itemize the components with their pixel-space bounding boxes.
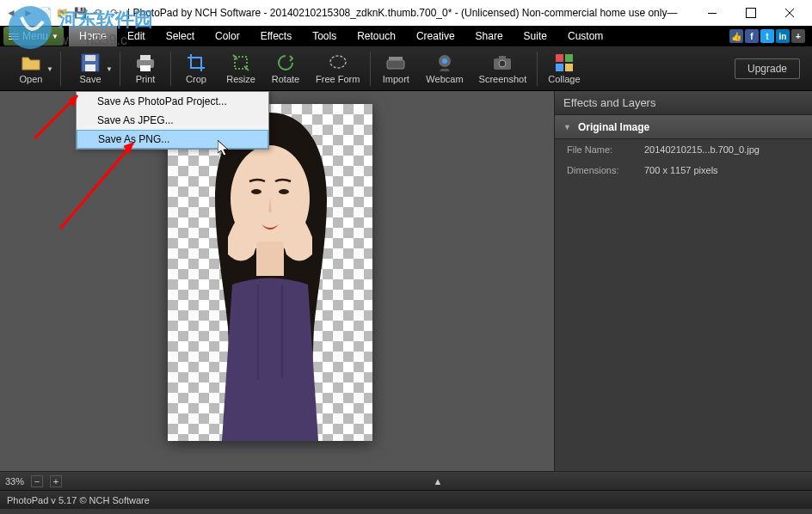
svg-rect-7 — [140, 65, 151, 71]
svg-rect-17 — [556, 54, 563, 62]
menu-item-effects[interactable]: Effects — [250, 26, 302, 46]
menu-item-edit[interactable]: Edit — [117, 26, 156, 46]
zoom-bar: 33% − + ▲ — [0, 471, 812, 490]
menu-item-retouch[interactable]: Retouch — [347, 26, 406, 46]
open-folder-icon — [21, 52, 41, 73]
floppy-disk-icon — [80, 52, 101, 73]
scanner-icon — [385, 52, 406, 73]
social-icons: 👍 f t in + — [729, 29, 809, 43]
undo-icon[interactable]: ↶ — [89, 5, 105, 21]
canvas-area[interactable] — [0, 91, 554, 471]
facebook-icon[interactable]: f — [745, 29, 759, 43]
menu-button[interactable]: Menu ▼ — [3, 27, 64, 46]
svg-rect-20 — [565, 64, 573, 71]
camera-icon — [492, 52, 513, 73]
menu-item-suite[interactable]: Suite — [514, 26, 557, 46]
menu-item-select[interactable]: Select — [156, 26, 205, 46]
window-controls — [692, 0, 809, 26]
menu-item-tools[interactable]: Tools — [302, 26, 347, 46]
svg-point-9 — [330, 56, 346, 68]
svg-point-24 — [279, 189, 289, 194]
svg-point-23 — [251, 189, 261, 194]
menu-item-color[interactable]: Color — [205, 26, 250, 46]
webcam-icon — [434, 52, 455, 73]
window-title: | PhotoPad by NCH Software - 20140210215… — [127, 7, 692, 19]
zoom-level: 33% — [5, 476, 24, 486]
maximize-button[interactable] — [731, 0, 770, 26]
svg-point-13 — [442, 58, 447, 64]
info-filename: File Name: 20140210215...b.700_0.jpg — [555, 139, 812, 160]
collage-tool[interactable]: Collage — [541, 48, 587, 89]
section-original-image[interactable]: ▼ Original Image — [555, 115, 812, 139]
open-file-icon[interactable]: 📂 — [55, 5, 71, 21]
open-tool[interactable]: Open ▼ — [5, 48, 57, 89]
nav-fwd-icon[interactable]: ► — [21, 5, 36, 21]
freeform-tool[interactable]: Free Form — [309, 48, 366, 89]
save-tool[interactable]: Save ▼ — [65, 48, 116, 89]
workspace: Effects and Layers ▼ Original Image File… — [0, 91, 812, 471]
linkedin-icon[interactable]: in — [776, 29, 790, 43]
menu-item-share[interactable]: Share — [465, 26, 514, 46]
collapse-triangle-icon: ▼ — [563, 123, 571, 132]
minimize-button[interactable] — [692, 0, 731, 26]
svg-marker-26 — [69, 95, 77, 107]
panel-header: Effects and Layers — [555, 91, 812, 115]
upgrade-button[interactable]: Upgrade — [735, 58, 800, 79]
document-image[interactable] — [168, 104, 372, 441]
svg-rect-6 — [140, 55, 151, 60]
svg-rect-4 — [85, 64, 95, 71]
svg-line-27 — [60, 143, 133, 229]
panel-collapse-icon[interactable]: ▲ — [434, 476, 443, 486]
svg-rect-19 — [556, 64, 563, 71]
resize-icon — [231, 52, 251, 73]
resize-tool[interactable]: Resize — [219, 48, 262, 89]
import-tool[interactable]: Import — [374, 48, 417, 89]
info-dimensions: Dimensions: 700 x 1157 pixels — [555, 160, 812, 181]
like-icon[interactable]: 👍 — [729, 29, 743, 43]
mouse-cursor-icon — [218, 140, 231, 157]
crop-icon — [186, 52, 206, 73]
chevron-down-icon: ▼ — [52, 33, 58, 40]
screenshot-tool[interactable]: Screenshot — [472, 48, 534, 89]
printer-icon — [135, 52, 156, 73]
crop-tool[interactable]: Crop — [175, 48, 218, 89]
status-bar: PhotoPad v 5.17 © NCH Software — [0, 490, 812, 509]
svg-rect-16 — [499, 56, 506, 59]
svg-rect-10 — [387, 60, 404, 69]
menu-bar: Menu ▼ Home Edit Select Color Effects To… — [0, 26, 812, 46]
chevron-down-icon: ▼ — [46, 64, 53, 72]
menu-item-custom[interactable]: Custom — [557, 26, 613, 46]
svg-rect-22 — [256, 242, 284, 276]
twitter-icon[interactable]: t — [760, 29, 774, 43]
zoom-out-button[interactable]: − — [31, 475, 43, 487]
close-button[interactable] — [770, 0, 809, 26]
redo-icon[interactable]: ↷ — [107, 5, 122, 21]
annotation-arrow — [52, 134, 146, 237]
print-tool[interactable]: Print — [124, 48, 167, 89]
menu-button-label: Menu — [22, 30, 48, 42]
svg-point-15 — [499, 60, 506, 67]
collage-icon — [554, 52, 575, 73]
toolbar: Open ▼ Save ▼ Print Crop Resize Rotate F… — [0, 46, 812, 91]
dropdown-item-photopad[interactable]: Save As PhotoPad Project... — [77, 92, 268, 111]
rotate-tool[interactable]: Rotate — [264, 48, 307, 89]
svg-rect-18 — [565, 54, 573, 62]
new-file-icon[interactable]: 📄 — [38, 5, 53, 21]
menu-item-home[interactable]: Home — [69, 26, 117, 46]
nav-back-icon[interactable]: ◄ — [3, 5, 19, 21]
save-quick-icon[interactable]: 💾 — [72, 5, 88, 21]
menu-item-creative[interactable]: Creative — [406, 26, 465, 46]
chevron-down-icon: ▼ — [106, 64, 113, 72]
dropdown-item-jpeg[interactable]: Save As JPEG... — [77, 111, 268, 130]
svg-rect-3 — [85, 55, 95, 61]
webcam-tool[interactable]: Webcam — [419, 48, 470, 89]
title-bar: ◄ ► 📄 📂 💾 ↶ ↷ | PhotoPad by NCH Software… — [0, 0, 812, 26]
image-content — [181, 104, 360, 441]
zoom-in-button[interactable]: + — [50, 475, 62, 487]
status-text: PhotoPad v 5.17 © NCH Software — [7, 495, 150, 505]
plus-icon[interactable]: + — [791, 29, 805, 43]
rotate-icon — [275, 52, 296, 73]
svg-rect-11 — [389, 57, 403, 60]
hamburger-icon — [9, 34, 19, 40]
lasso-icon — [328, 52, 348, 73]
